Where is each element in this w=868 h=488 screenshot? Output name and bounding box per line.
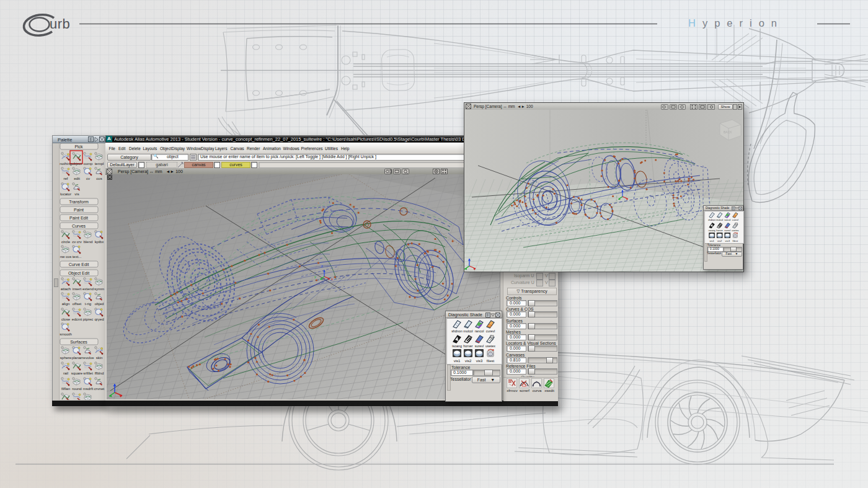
svg-text:t-rig: t-rig [85, 302, 91, 306]
svg-text:Paint: Paint [74, 208, 84, 212]
svg-text:cv: cv [86, 177, 90, 180]
svg-text:revolve: revolve [82, 356, 94, 360]
svg-text:rail: rail [63, 371, 68, 375]
svg-text:vis3: vis3 [476, 359, 483, 363]
svg-text:crvnet: crvnet [94, 387, 105, 391]
svg-text:Transform: Transform [69, 200, 89, 204]
svg-text:Object Edit: Object Edit [68, 271, 89, 276]
svg-text:text...: text... [73, 255, 82, 259]
svg-text:vis3: vis3 [725, 239, 730, 242]
svg-text:templ: templ [95, 162, 104, 166]
svg-text:ptprec: ptprec [83, 317, 94, 321]
svg-text:horver: horver [716, 229, 723, 232]
svg-text:cv crv: cv crv [72, 240, 82, 244]
svg-text:blend: blend [84, 240, 93, 244]
svg-text:object: object [72, 162, 82, 166]
svg-text:round: round [72, 387, 81, 391]
svg-text:close: close [61, 317, 71, 321]
svg-text:Paint Edit: Paint Edit [69, 216, 88, 220]
svg-text:objed: objed [95, 302, 104, 306]
svg-text:cos: cos [96, 177, 102, 180]
svg-text:rancol: rancol [475, 329, 484, 333]
svg-text:kptbx: kptbx [95, 240, 104, 244]
svg-text:horver: horver [463, 344, 472, 348]
svg-text:x: x [331, 277, 333, 281]
svg-text:srfillet: srfillet [83, 371, 93, 375]
svg-text:nw cos: nw cos [60, 255, 72, 259]
svg-text:max: max [522, 384, 527, 388]
svg-text:Curves: Curves [72, 224, 86, 228]
svg-text:vis2: vis2 [717, 239, 722, 242]
svg-text:urb: urb [50, 16, 70, 32]
svg-text:ffblnd: ffblnd [95, 371, 104, 375]
svg-text:filest: filest [487, 359, 495, 363]
svg-text:vis1: vis1 [709, 239, 714, 242]
svg-text:square: square [71, 371, 83, 375]
svg-text:skin: skin [96, 356, 103, 360]
svg-text:vis2: vis2 [465, 359, 472, 363]
svg-text:filest: filest [733, 239, 738, 242]
svg-text:ref: ref [63, 177, 68, 180]
svg-text:surevl: surevl [475, 344, 484, 348]
svg-text:qryed: qryed [94, 317, 104, 321]
svg-text:offset: offset [73, 302, 82, 306]
svg-text:nothing: nothing [60, 162, 72, 166]
svg-text:smooth: smooth [60, 332, 72, 336]
svg-text:rancol: rancol [724, 219, 730, 221]
svg-text:extend: extend [82, 287, 94, 291]
svg-text:mulcol: mulcol [716, 219, 723, 221]
svg-text:edcmt: edcmt [72, 317, 82, 321]
svg-text:symm: symm [94, 287, 104, 291]
svg-text:z: z [321, 264, 323, 268]
svg-text:circle: circle [61, 240, 71, 244]
svg-text:vis: vis [74, 192, 79, 196]
svg-text:surevl: surevl [724, 229, 730, 232]
svg-text:curevl: curevl [732, 219, 738, 221]
svg-text:Pick: Pick [74, 144, 83, 149]
svg-text:attach: attach [61, 287, 71, 291]
svg-text:y: y [314, 275, 316, 278]
svg-text:locator: locator [60, 192, 71, 196]
svg-text:sphere: sphere [60, 356, 72, 360]
svg-text:filflan: filflan [61, 387, 70, 391]
svg-text:isoang: isoang [452, 344, 462, 348]
svg-text:Curve Edit: Curve Edit [69, 262, 89, 267]
svg-text:isoang: isoang [709, 229, 715, 232]
svg-text:usetex: usetex [732, 229, 738, 232]
svg-text:Surfaces: Surfaces [70, 340, 87, 344]
svg-text:shdnon: shdnon [451, 329, 463, 333]
svg-text:insert: insert [73, 287, 82, 291]
svg-text:mulcol: mulcol [463, 329, 473, 333]
svg-text:msdrft: msdrft [83, 387, 94, 391]
svg-text:shdnon: shdnon [708, 219, 715, 221]
svg-text:comp: comp [84, 162, 93, 166]
svg-text:edit: edit [74, 177, 80, 180]
svg-text:BACK: BACK [724, 130, 732, 134]
svg-text:usetex: usetex [485, 344, 495, 348]
svg-text:vis1: vis1 [454, 359, 461, 363]
svg-text:planar: planar [72, 356, 82, 360]
svg-text:curevl: curevl [486, 329, 495, 333]
svg-text:align: align [62, 302, 70, 306]
